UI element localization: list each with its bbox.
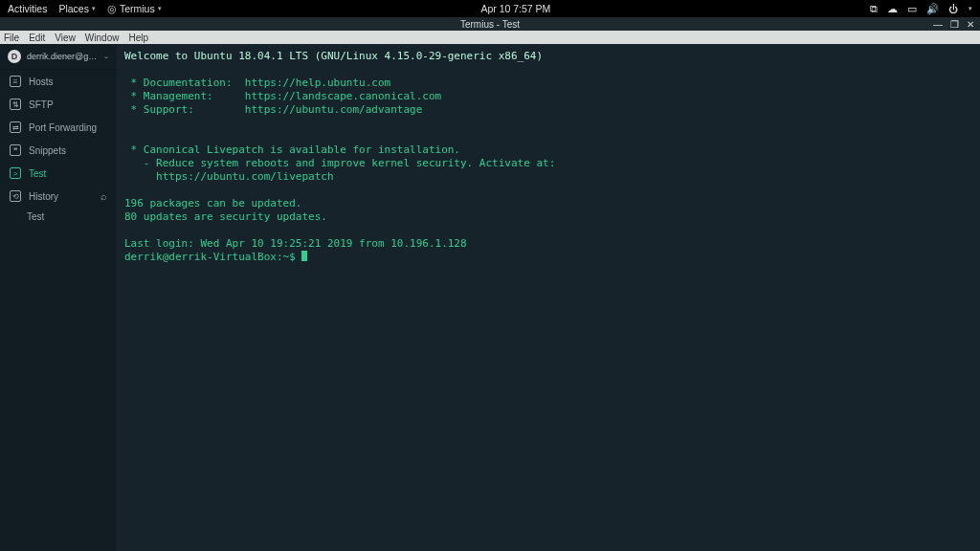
hosts-icon: ≡ — [10, 76, 21, 87]
power-icon[interactable]: ⏻ — [948, 3, 959, 14]
app-menu-label: Termius — [120, 3, 155, 14]
minimize-button[interactable]: — — [933, 19, 943, 30]
terminal-icon: > — [10, 167, 21, 179]
app-body: D derrik.diener@gmail.com ⌄ ≡ Hosts ⇅ SF… — [0, 44, 980, 551]
screen-icon[interactable]: ▭ — [907, 3, 917, 14]
chevron-down-icon: ⌄ — [103, 53, 109, 60]
search-icon[interactable]: ⌕ — [100, 190, 107, 202]
menu-edit[interactable]: Edit — [29, 33, 45, 43]
term-line: Last login: Wed Apr 10 19:25:21 2019 fro… — [124, 237, 467, 250]
term-line: - Reduce system reboots and improve kern… — [124, 157, 555, 169]
sidebar-item-history[interactable]: ⟲ History — [0, 185, 100, 208]
sidebar-item-label: History — [29, 191, 58, 202]
maximize-button[interactable]: ❐ — [950, 19, 959, 30]
account-email: derrik.diener@gmail.com — [27, 52, 98, 61]
chevron-down-icon: ▾ — [158, 5, 162, 12]
avatar: D — [8, 50, 21, 63]
history-icon: ⟲ — [10, 190, 21, 202]
sidebar-item-sftp[interactable]: ⇅ SFTP — [0, 93, 117, 116]
sidebar-item-snippets[interactable]: ❝ Snippets — [0, 139, 117, 162]
sidebar-item-portforwarding[interactable]: ⇄ Port Forwarding — [0, 116, 117, 139]
term-line: * Management: — [124, 90, 245, 102]
clock[interactable]: Apr 10 7:57 PM — [162, 3, 870, 14]
sidebar-item-label: Test — [29, 168, 46, 179]
sidebar-item-label: Snippets — [29, 145, 66, 156]
menu-view[interactable]: View — [55, 33, 76, 43]
tray-icon[interactable]: ☁ — [887, 3, 898, 14]
term-line: https://landscape.canonical.com — [245, 90, 441, 102]
app-menu[interactable]: ◎ Termius ▾ — [107, 3, 162, 14]
term-line: * Documentation: — [124, 77, 245, 89]
menu-help[interactable]: Help — [128, 33, 148, 43]
term-line: https://ubuntu.com/livepatch — [124, 170, 334, 183]
volume-icon[interactable]: 🔊 — [926, 3, 939, 15]
menu-file[interactable]: File — [4, 33, 19, 43]
chevron-down-icon: ▾ — [92, 5, 96, 12]
term-prompt: derrik@derrik-VirtualBox:~$ — [124, 251, 301, 263]
sidebar-item-hosts[interactable]: ≡ Hosts — [0, 70, 117, 93]
sidebar-item-test[interactable]: > Test — [0, 162, 117, 185]
sidebar: D derrik.diener@gmail.com ⌄ ≡ Hosts ⇅ SF… — [0, 44, 117, 551]
port-forwarding-icon: ⇄ — [10, 121, 21, 133]
cursor — [301, 251, 307, 261]
term-line: Welcome to Ubuntu 18.04.1 LTS (GNU/Linux… — [124, 50, 543, 62]
chevron-down-icon[interactable]: ▾ — [969, 5, 972, 12]
term-line: https://ubuntu.com/advantage — [245, 103, 422, 116]
history-entry-test[interactable]: Test — [0, 208, 117, 226]
window-title: Termius - Test — [460, 19, 520, 30]
app-menu-icon: ◎ — [107, 3, 117, 14]
menu-window[interactable]: Window — [85, 33, 120, 43]
places-menu[interactable]: Places ▾ — [58, 3, 96, 14]
sidebar-item-label: Port Forwarding — [29, 122, 97, 133]
gnome-topbar: Activities Places ▾ ◎ Termius ▾ Apr 10 7… — [0, 0, 980, 17]
term-line: https://help.ubuntu.com — [245, 77, 390, 89]
term-line: * Support: — [124, 103, 245, 116]
account-row[interactable]: D derrik.diener@gmail.com ⌄ — [0, 44, 117, 70]
sidebar-item-label: Hosts — [29, 77, 54, 87]
places-label: Places — [58, 3, 89, 14]
terminal-pane[interactable]: Welcome to Ubuntu 18.04.1 LTS (GNU/Linux… — [117, 44, 980, 551]
window-titlebar: Termius - Test — ❐ ✕ — [0, 17, 980, 31]
term-line: * Canonical Livepatch is available for i… — [124, 143, 460, 156]
sftp-icon: ⇅ — [10, 99, 21, 110]
snippets-icon: ❝ — [10, 144, 21, 156]
term-line: 80 updates are security updates. — [124, 210, 327, 223]
term-line: 196 packages can be updated. — [124, 197, 301, 209]
app-menubar: File Edit View Window Help — [0, 31, 980, 44]
sidebar-item-label: SFTP — [29, 99, 54, 110]
activities-button[interactable]: Activities — [8, 3, 47, 14]
close-button[interactable]: ✕ — [967, 19, 974, 30]
dropbox-icon[interactable]: ⧉ — [870, 3, 878, 15]
